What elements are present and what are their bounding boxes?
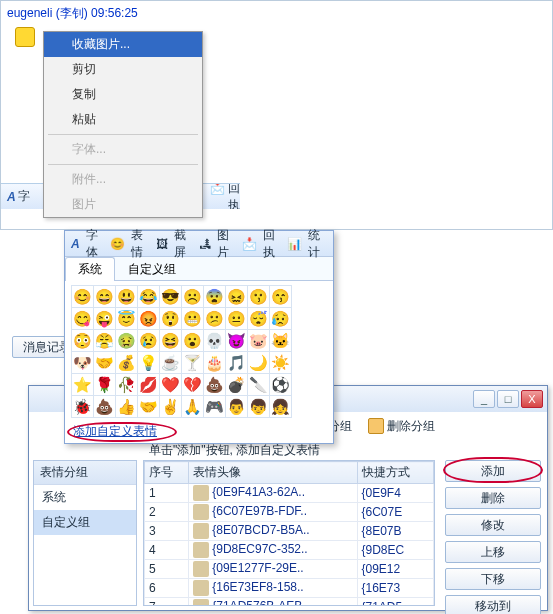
emoji-cell[interactable]: 🎵 — [226, 352, 248, 374]
emoji-cell[interactable]: 😎 — [160, 286, 182, 308]
emoji-cell[interactable]: 😥 — [270, 308, 292, 330]
emoji-cell[interactable]: ⭐ — [72, 374, 94, 396]
emoji-cell[interactable]: 😮 — [182, 330, 204, 352]
emoji-cell[interactable]: 😲 — [160, 308, 182, 330]
emoji-cell[interactable]: 😋 — [72, 308, 94, 330]
edit-button[interactable]: 修改 — [445, 514, 541, 536]
emoji-cell[interactable]: 🤝 — [94, 352, 116, 374]
emoji-cell[interactable]: 😂 — [138, 286, 160, 308]
folder-delete-icon — [368, 418, 384, 434]
emoji-cell[interactable]: 😃 — [116, 286, 138, 308]
col-avatar[interactable]: 表情头像 — [189, 462, 357, 484]
emoji-cell[interactable]: 😇 — [116, 308, 138, 330]
emoji-cell[interactable]: 🐱 — [270, 330, 292, 352]
sidebar-item-system[interactable]: 系统 — [34, 485, 136, 510]
maximize-button[interactable]: □ — [497, 390, 519, 408]
emoji-cell[interactable]: 🌹 — [94, 374, 116, 396]
emoji-cell[interactable]: 😐 — [226, 308, 248, 330]
emoji-cell[interactable]: 😜 — [94, 308, 116, 330]
emoji-cell[interactable]: ⚽ — [270, 374, 292, 396]
emoji-cell[interactable]: 🐞 — [72, 396, 94, 418]
emoji-cell[interactable]: 😗 — [248, 286, 270, 308]
tb-stats[interactable]: 统计 — [308, 227, 327, 261]
ctx-cut[interactable]: 剪切 — [44, 57, 202, 82]
emoji-cell[interactable]: 😤 — [94, 330, 116, 352]
table-row[interactable]: 4{9D8EC97C-352..{9D8EC — [145, 541, 434, 560]
inline-emoji-icon[interactable] — [15, 27, 35, 47]
tab-system[interactable]: 系统 — [65, 257, 115, 281]
col-shortcut[interactable]: 快捷方式 — [357, 462, 434, 484]
table-row[interactable]: 6{16E73EF8-158..{16E73 — [145, 579, 434, 598]
emoji-cell[interactable]: 🥀 — [116, 374, 138, 396]
table-row[interactable]: 5{09E1277F-29E..{09E12 — [145, 560, 434, 579]
emoji-cell[interactable]: 🐶 — [72, 352, 94, 374]
emoji-cell[interactable]: 💩 — [94, 396, 116, 418]
emoji-cell[interactable]: 💋 — [138, 374, 160, 396]
emoji-cell[interactable]: 💀 — [204, 330, 226, 352]
emoji-cell[interactable]: 💰 — [116, 352, 138, 374]
tab-custom[interactable]: 自定义组 — [115, 257, 189, 281]
ctx-save-image[interactable]: 收藏图片... — [44, 32, 202, 57]
col-index[interactable]: 序号 — [145, 462, 189, 484]
emoji-cell[interactable]: 😡 — [138, 308, 160, 330]
emoji-cell[interactable]: 😙 — [270, 286, 292, 308]
emoji-cell[interactable]: ☕ — [160, 352, 182, 374]
table-row[interactable]: 2{6C07E97B-FDF..{6C07E — [145, 503, 434, 522]
emoji-cell[interactable]: ❤️ — [160, 374, 182, 396]
tb-receipt[interactable]: 回执 — [263, 227, 282, 261]
move-to-button[interactable]: 移动到 — [445, 595, 541, 614]
emoji-cell[interactable]: 🎂 — [204, 352, 226, 374]
emoji-cell[interactable]: 🤝 — [138, 396, 160, 418]
emoji-cell[interactable]: 👍 — [116, 396, 138, 418]
emoji-cell[interactable]: ✌️ — [160, 396, 182, 418]
table-row[interactable]: 1{0E9F41A3-62A..{0E9F4 — [145, 484, 434, 503]
emoji-cell[interactable]: 👧 — [270, 396, 292, 418]
ctx-copy[interactable]: 复制 — [44, 82, 202, 107]
emoji-cell[interactable]: 💔 — [182, 374, 204, 396]
emoji-cell[interactable]: 🙏 — [182, 396, 204, 418]
emoji-cell[interactable]: 😬 — [182, 308, 204, 330]
add-button[interactable]: 添加 — [445, 460, 541, 482]
delete-button[interactable]: 删除 — [445, 487, 541, 509]
tb-receipt[interactable]: 回执 — [228, 183, 240, 209]
emoji-cell[interactable]: 🤢 — [116, 330, 138, 352]
emoji-cell[interactable]: 💣 — [226, 374, 248, 396]
tb-font[interactable]: 字 — [18, 188, 30, 205]
tb-emoji[interactable]: 表情 — [131, 227, 150, 261]
emoji-cell[interactable]: 😴 — [248, 308, 270, 330]
emoji-cell[interactable]: 😳 — [72, 330, 94, 352]
add-custom-emoji-link[interactable]: 添加自定义表情 — [73, 424, 157, 438]
tb-screenshot[interactable]: 截屏 — [174, 227, 193, 261]
emoji-cell[interactable]: ☀️ — [270, 352, 292, 374]
emoji-cell[interactable]: 🍸 — [182, 352, 204, 374]
emoji-cell[interactable]: 👦 — [248, 396, 270, 418]
sidebar-item-custom[interactable]: 自定义组 — [34, 510, 136, 535]
emoji-cell[interactable]: 😕 — [204, 308, 226, 330]
emoji-cell[interactable]: 😆 — [160, 330, 182, 352]
emoji-cell[interactable]: 🌙 — [248, 352, 270, 374]
emoji-cell[interactable]: ☹️ — [182, 286, 204, 308]
emoji-cell[interactable]: 😖 — [226, 286, 248, 308]
emoji-cell[interactable]: 💩 — [204, 374, 226, 396]
table-row[interactable]: 7{71AD576B-AEB..{71AD5 — [145, 598, 434, 607]
emoji-cell[interactable]: 👨 — [226, 396, 248, 418]
emoji-cell[interactable]: 😨 — [204, 286, 226, 308]
move-down-button[interactable]: 下移 — [445, 568, 541, 590]
ctx-paste[interactable]: 粘贴 — [44, 107, 202, 132]
emoji-cell[interactable]: 😢 — [138, 330, 160, 352]
minimize-button[interactable]: _ — [473, 390, 495, 408]
tb-font[interactable]: 字体 — [86, 227, 105, 261]
emoji-cell[interactable]: 🐷 — [248, 330, 270, 352]
emoji-cell[interactable]: 😄 — [94, 286, 116, 308]
emoji-cell[interactable]: 🎮 — [204, 396, 226, 418]
emoji-cell[interactable]: 🔪 — [248, 374, 270, 396]
tb-del-group[interactable]: 删除分组 — [387, 419, 435, 433]
tb-image[interactable]: 图片 — [217, 227, 236, 261]
emoji-cell[interactable]: 💡 — [138, 352, 160, 374]
close-button[interactable]: X — [521, 390, 543, 408]
emoji-cell[interactable]: 😊 — [72, 286, 94, 308]
move-up-button[interactable]: 上移 — [445, 541, 541, 563]
emoji-cell[interactable]: 😈 — [226, 330, 248, 352]
table-row[interactable]: 3{8E07BCD7-B5A..{8E07B — [145, 522, 434, 541]
smile-icon: 😊 — [110, 237, 125, 251]
